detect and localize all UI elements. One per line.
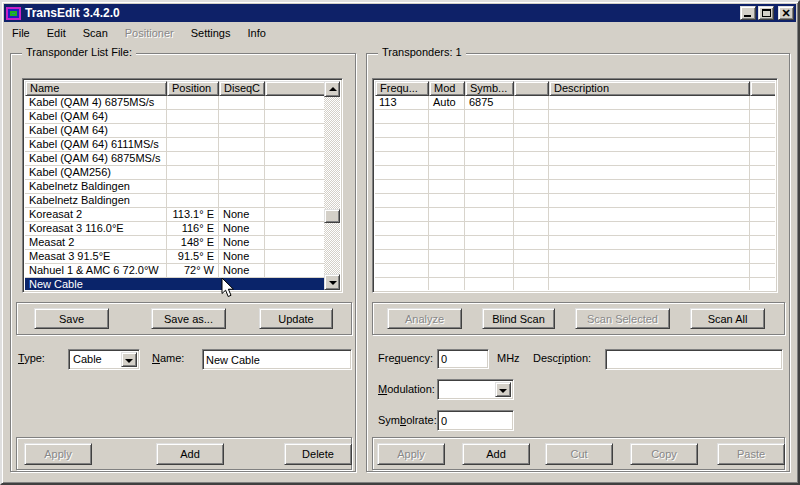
list-cell: [167, 124, 219, 138]
list-row[interactable]: Kabel (QAM 64) 6875MS/s: [25, 152, 340, 166]
column-header-name[interactable]: Name: [25, 81, 167, 96]
description-input[interactable]: [605, 349, 783, 370]
list-row[interactable]: Kabel (QAM 64): [25, 124, 340, 138]
column-header-blank1[interactable]: [514, 81, 549, 96]
list-cell: None: [219, 236, 265, 250]
add-transponder-button[interactable]: Add: [462, 443, 530, 465]
maximize-button[interactable]: [758, 6, 774, 20]
column-header-mod[interactable]: Mod: [429, 81, 465, 96]
list-cell: [375, 278, 429, 290]
symbolrate-input[interactable]: [437, 410, 514, 431]
list-cell: [514, 138, 549, 152]
menu-edit[interactable]: Edit: [39, 25, 75, 41]
save-button[interactable]: Save: [34, 308, 109, 329]
save-as-button[interactable]: Save as...: [151, 308, 226, 329]
list-cell: [514, 110, 549, 124]
vertical-scrollbar[interactable]: [324, 81, 340, 290]
list-row[interactable]: Kabel (QAM 4) 6875MS/s: [25, 96, 340, 110]
cut-button[interactable]: Cut: [545, 443, 613, 465]
list-cell: [750, 110, 775, 124]
list-row[interactable]: Kabel (QAM256): [25, 166, 340, 180]
scan-selected-button[interactable]: Scan Selected: [575, 308, 670, 329]
column-header-symbolrate[interactable]: Symb...: [465, 81, 514, 96]
list-row[interactable]: Nahuel 1 & AMC 6 72.0°W72° WNone: [25, 264, 340, 278]
list-cell: [514, 222, 549, 236]
app-icon: [6, 7, 21, 20]
list-cell: [375, 236, 429, 250]
list-row[interactable]: Kabelnetz Baldingen: [25, 180, 340, 194]
close-button[interactable]: ✕: [778, 6, 794, 20]
list-cell: [429, 180, 465, 194]
transedit-window: { "window": { "title": "TransEdit 3.4.2.…: [0, 0, 800, 485]
delete-list-button[interactable]: Delete: [284, 443, 352, 465]
column-header-frequency[interactable]: Frequ...: [375, 81, 429, 96]
modulation-combobox[interactable]: [437, 379, 514, 400]
analyze-button[interactable]: Analyze: [387, 308, 462, 329]
type-combobox[interactable]: Cable: [68, 349, 140, 370]
apply-transponder-button[interactable]: Apply: [377, 443, 445, 465]
type-dropdown-button[interactable]: [121, 352, 137, 367]
empty-row: [375, 124, 775, 138]
transponder-list-header: Name Position DiseqC: [25, 81, 340, 96]
list-row[interactable]: Kabelnetz Baldingen: [25, 194, 340, 208]
list-cell: [549, 208, 750, 222]
frequency-input[interactable]: [437, 349, 489, 369]
name-input[interactable]: [202, 349, 352, 370]
list-cell: Kabel (QAM 64): [25, 124, 167, 138]
scroll-down-button[interactable]: [324, 274, 340, 290]
list-cell: [167, 96, 219, 110]
minimize-button[interactable]: [740, 6, 756, 20]
column-header-diseqc[interactable]: DiseqC: [219, 81, 265, 96]
right-group-title: Transponders: 1: [378, 46, 466, 58]
list-row[interactable]: Koreasat 3 116.0°E116° ENone: [25, 222, 340, 236]
list-cell: [750, 124, 775, 138]
blind-scan-button[interactable]: Blind Scan: [482, 308, 555, 329]
list-cell: [750, 264, 775, 278]
list-cell: [429, 264, 465, 278]
apply-list-button[interactable]: Apply: [24, 443, 92, 465]
column-header-description[interactable]: Description: [549, 81, 750, 96]
list-cell: [375, 152, 429, 166]
scroll-up-button[interactable]: [324, 81, 340, 97]
chevron-down-icon: [499, 389, 507, 393]
paste-button[interactable]: Paste: [717, 443, 785, 465]
scrollbar-thumb[interactable]: [324, 209, 340, 223]
menu-settings[interactable]: Settings: [183, 25, 240, 41]
list-cell: [750, 194, 775, 208]
list-cell: [375, 166, 429, 180]
transponders-list[interactable]: Frequ... Mod Symb... Description 113Auto…: [372, 78, 778, 293]
column-header-position[interactable]: Position: [167, 81, 219, 96]
list-cell: [265, 180, 326, 194]
list-row[interactable]: Measat 3 91.5°E91.5° ENone: [25, 250, 340, 264]
list-cell: [219, 278, 265, 290]
column-header-blank[interactable]: [265, 81, 326, 96]
list-cell: [465, 180, 514, 194]
list-cell: Measat 3 91.5°E: [25, 250, 167, 264]
modulation-dropdown-button[interactable]: [495, 382, 511, 397]
list-cell: [265, 138, 326, 152]
column-header-blank2[interactable]: [750, 81, 775, 96]
list-cell: [167, 138, 219, 152]
list-cell: [465, 124, 514, 138]
frequency-label: Frequency:: [378, 352, 433, 364]
list-cell: 113: [375, 96, 429, 110]
list-row[interactable]: Kabel (QAM 64): [25, 110, 340, 124]
titlebar[interactable]: TransEdit 3.4.2.0 ✕: [4, 4, 796, 22]
list-cell: [265, 110, 326, 124]
menu-info[interactable]: Info: [239, 25, 274, 41]
update-button[interactable]: Update: [259, 308, 333, 329]
transponder-row[interactable]: 113Auto6875: [375, 96, 775, 110]
empty-row: [375, 138, 775, 152]
menu-file[interactable]: File: [4, 25, 39, 41]
list-row[interactable]: Measat 2148° ENone: [25, 236, 340, 250]
add-list-button[interactable]: Add: [156, 443, 224, 465]
menu-scan[interactable]: Scan: [75, 25, 117, 41]
list-cell: Koreasat 2: [25, 208, 167, 222]
copy-button[interactable]: Copy: [630, 443, 698, 465]
scan-all-button[interactable]: Scan All: [690, 308, 765, 329]
list-row-selected[interactable]: New Cable: [25, 278, 340, 290]
transponder-list[interactable]: Name Position DiseqC Kabel (QAM 4) 6875M…: [22, 78, 343, 293]
list-cell: 113.1° E: [167, 208, 219, 222]
list-row[interactable]: Kabel (QAM 64) 6111MS/s: [25, 138, 340, 152]
list-row[interactable]: Koreasat 2113.1° ENone: [25, 208, 340, 222]
